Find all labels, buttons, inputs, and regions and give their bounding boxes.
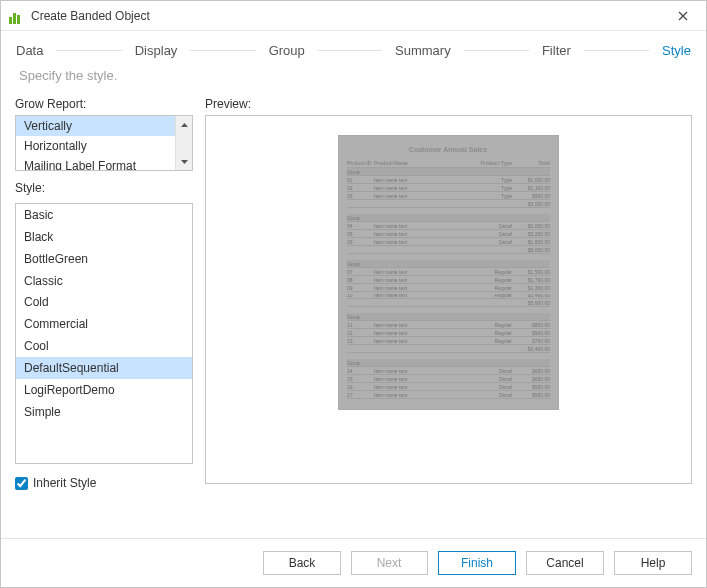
close-icon (678, 11, 688, 21)
grow-option-vertically[interactable]: Vertically (16, 116, 175, 136)
style-option-defaultsequential[interactable]: DefaultSequential (16, 357, 192, 379)
window-title: Create Banded Object (31, 9, 150, 23)
dialog-footer: Back Next Finish Cancel Help (1, 538, 706, 587)
close-button[interactable] (668, 1, 698, 31)
cancel-button[interactable]: Cancel (526, 551, 604, 575)
back-button[interactable]: Back (263, 551, 341, 575)
tab-summary[interactable]: Summary (394, 41, 452, 60)
preview-label: Preview: (205, 97, 692, 111)
style-option-cool[interactable]: Cool (16, 335, 192, 357)
right-column: Preview: Customer Annual Sales Product I… (205, 97, 692, 530)
tab-filter[interactable]: Filter (541, 41, 572, 60)
style-option-bottlegreen[interactable]: BottleGreen (16, 248, 192, 270)
scroll-up-icon[interactable] (176, 116, 192, 133)
scroll-down-icon[interactable] (176, 153, 192, 170)
grow-report-listbox[interactable]: Vertically Horizontally Mailing Label Fo… (15, 115, 193, 171)
tab-style[interactable]: Style (661, 41, 692, 60)
style-option-basic[interactable]: Basic (16, 204, 192, 226)
wizard-tabs: Data Display Group Summary Filter Style (1, 31, 706, 68)
style-option-logireportdemo[interactable]: LogiReportDemo (16, 379, 192, 401)
next-button: Next (351, 551, 428, 575)
dialog-window: Create Banded Object Data Display Group … (0, 0, 707, 588)
body-area: Grow Report: Vertically Horizontally Mai… (1, 97, 706, 538)
tab-data[interactable]: Data (15, 41, 44, 60)
style-option-classic[interactable]: Classic (16, 270, 192, 292)
style-option-cold[interactable]: Cold (16, 292, 192, 313)
preview-panel: Customer Annual Sales Product IDProduct … (205, 115, 692, 484)
page-subtitle: Specify the style. (1, 68, 706, 97)
grow-option-mailing-label[interactable]: Mailing Label Format (16, 156, 175, 170)
inherit-style-row[interactable]: Inherit Style (15, 476, 193, 490)
style-option-commercial[interactable]: Commercial (16, 313, 192, 335)
style-option-simple[interactable]: Simple (16, 401, 192, 423)
preview-page: Customer Annual Sales Product IDProduct … (339, 136, 558, 409)
finish-button[interactable]: Finish (438, 551, 516, 575)
app-icon (9, 8, 25, 24)
inherit-style-checkbox[interactable] (15, 477, 28, 490)
help-button[interactable]: Help (614, 551, 692, 575)
style-option-black[interactable]: Black (16, 226, 192, 248)
grow-scrollbar[interactable] (175, 116, 192, 170)
tab-display[interactable]: Display (134, 41, 179, 60)
style-listbox[interactable]: Basic Black BottleGreen Classic Cold Com… (15, 203, 193, 464)
grow-option-horizontally[interactable]: Horizontally (16, 136, 175, 156)
left-column: Grow Report: Vertically Horizontally Mai… (15, 97, 193, 530)
style-label: Style: (15, 181, 193, 195)
tab-group[interactable]: Group (268, 41, 306, 60)
grow-report-label: Grow Report: (15, 97, 193, 111)
preview-title: Customer Annual Sales (347, 146, 550, 153)
inherit-style-label: Inherit Style (33, 476, 96, 490)
titlebar: Create Banded Object (1, 1, 706, 31)
